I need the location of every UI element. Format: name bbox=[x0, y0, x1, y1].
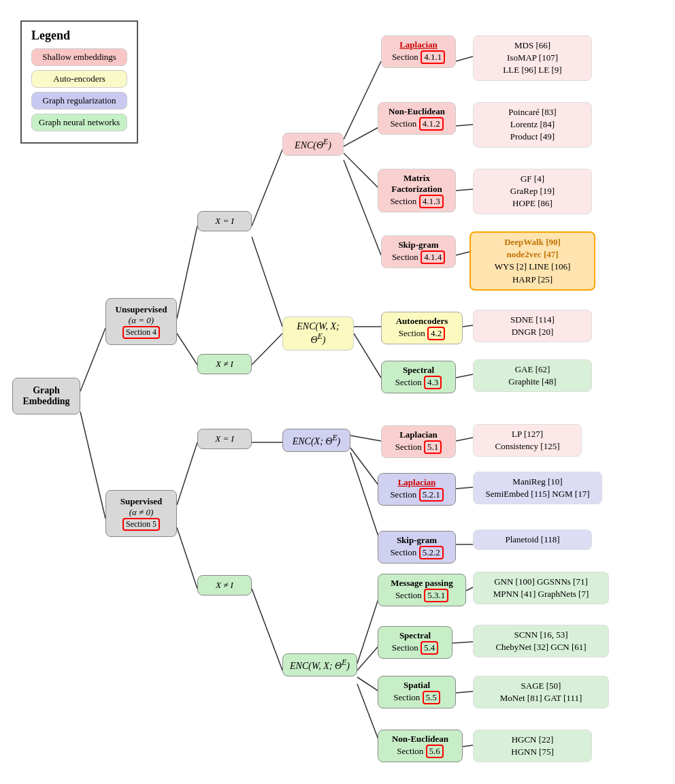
svg-line-27 bbox=[456, 252, 470, 255]
svg-line-13 bbox=[177, 442, 197, 505]
node-enc-w-upper: ENC(W, X; ΘE) bbox=[282, 316, 354, 350]
ref-poincare: Poincaré [83]Lorentz [84]Product [49] bbox=[473, 102, 592, 148]
ref-scnn: SCNN [16, 53]ChebyNet [32] GCN [61] bbox=[473, 625, 609, 657]
node-enc-w-lower: ENC(W, X; ΘE) bbox=[282, 653, 357, 676]
ref-lp: LP [127]Consistency [125] bbox=[473, 424, 582, 457]
legend-shallow: Shallow embeddings bbox=[31, 48, 127, 66]
svg-line-34 bbox=[452, 642, 473, 643]
svg-line-35 bbox=[456, 691, 473, 693]
ref-planetoid: Planetoid [118] bbox=[473, 529, 592, 550]
section-skip-gram-4-1-4: Skip-gram Section 4.1.4 bbox=[381, 235, 456, 268]
svg-line-7 bbox=[344, 61, 381, 140]
section-laplacian-5-1: Laplacian Section 5.1 bbox=[381, 425, 456, 458]
svg-line-17 bbox=[350, 448, 381, 489]
node-x-eq-i-lower: X = I bbox=[197, 429, 252, 449]
section-skip-gram-5-2-2: Skip-gram Section 5.2.2 bbox=[378, 531, 456, 564]
svg-line-30 bbox=[456, 438, 473, 441]
svg-line-31 bbox=[456, 487, 473, 489]
svg-line-25 bbox=[456, 125, 473, 126]
svg-line-28 bbox=[463, 325, 473, 327]
svg-line-33 bbox=[466, 587, 473, 591]
svg-line-19 bbox=[252, 589, 282, 670]
ref-gnn: GNN [100] GGSNNs [71]MPNN [41] GraphNets… bbox=[473, 572, 609, 604]
svg-line-3 bbox=[177, 333, 197, 365]
svg-line-26 bbox=[456, 189, 473, 191]
svg-line-29 bbox=[456, 374, 473, 378]
node-x-neq-i-upper: X ≠ I bbox=[197, 354, 252, 374]
legend-title: Legend bbox=[31, 29, 127, 43]
legend: Legend Shallow embeddings Auto-encoders … bbox=[20, 20, 138, 144]
ref-manireg: ManiReg [10]SemiEmbed [115] NGM [17] bbox=[473, 472, 602, 504]
section-laplacian-5-2-1: Laplacian Section 5.2.1 bbox=[378, 473, 456, 506]
svg-line-8 bbox=[344, 126, 381, 146]
section-spectral-4-3: Spectral Section 4.3 bbox=[381, 361, 456, 393]
svg-line-2 bbox=[177, 226, 197, 318]
main-container: Legend Shallow embeddings Auto-encoders … bbox=[0, 0, 675, 784]
ref-deepwalk: DeepWalk [90] node2vec [47] WYS [2] LINE… bbox=[470, 231, 595, 291]
svg-line-0 bbox=[80, 328, 105, 391]
ref-hgcn: HGCN [22]HGNN [75] bbox=[473, 730, 592, 762]
ref-mds: MDS [66]IsoMAP [107]LLE [96] LE [9] bbox=[473, 35, 592, 81]
node-enc-theta-upper: ENC(ΘE) bbox=[282, 133, 344, 156]
node-x-eq-i-upper: X = I bbox=[197, 211, 252, 231]
section-spatial-5-5: Spatial Section 5.5 bbox=[378, 676, 456, 708]
svg-line-18 bbox=[350, 453, 381, 544]
section-laplacian-4-1-1: Laplacian Section 4.1.1 bbox=[381, 35, 456, 68]
svg-line-36 bbox=[463, 745, 473, 747]
svg-line-6 bbox=[252, 333, 282, 365]
svg-line-4 bbox=[252, 150, 282, 226]
section-message-passing-5-3-1: Message passing Section 5.3.1 bbox=[378, 574, 466, 606]
legend-gnn: Graph neural networks bbox=[31, 114, 127, 131]
node-supervised: Supervised (α ≠ 0) Section 5 bbox=[105, 490, 177, 537]
section-matrix-fact-4-1-3: MatrixFactorization Section 4.1.3 bbox=[378, 169, 456, 212]
svg-line-1 bbox=[80, 412, 105, 519]
svg-line-10 bbox=[344, 160, 381, 255]
section-non-euclidean-5-6: Non-Euclidean Section 5.6 bbox=[378, 730, 463, 762]
svg-line-24 bbox=[456, 56, 473, 61]
ref-gf: GF [4]GraRep [19]HOPE [86] bbox=[473, 169, 592, 214]
svg-line-9 bbox=[344, 153, 381, 191]
svg-line-14 bbox=[177, 527, 197, 589]
node-enc-x: ENC(X; ΘE) bbox=[282, 429, 350, 452]
legend-auto: Auto-encoders bbox=[31, 70, 127, 88]
ref-sage: SAGE [50]MoNet [81] GAT [111] bbox=[473, 676, 609, 708]
ref-gae: GAE [62]Graphite [48] bbox=[473, 359, 592, 392]
node-graph-embedding: GraphEmbedding bbox=[12, 378, 80, 414]
section-autoencoders-4-2: Autoencoders Section 4.2 bbox=[381, 312, 463, 344]
svg-line-5 bbox=[252, 237, 282, 327]
section-non-euclidean-4-1-2: Non-Euclidean Section 4.1.2 bbox=[378, 102, 456, 135]
node-x-neq-i-lower: X ≠ I bbox=[197, 575, 252, 595]
svg-line-12 bbox=[354, 333, 381, 378]
svg-line-16 bbox=[350, 436, 381, 441]
section-spectral-5-4: Spectral Section 5.4 bbox=[378, 626, 452, 659]
node-unsupervised: Unsupervised (α = 0) Section 4 bbox=[105, 298, 177, 345]
ref-sdne: SDNE [114]DNGR [20] bbox=[473, 310, 592, 342]
legend-graph-reg: Graph regularization bbox=[31, 92, 127, 110]
